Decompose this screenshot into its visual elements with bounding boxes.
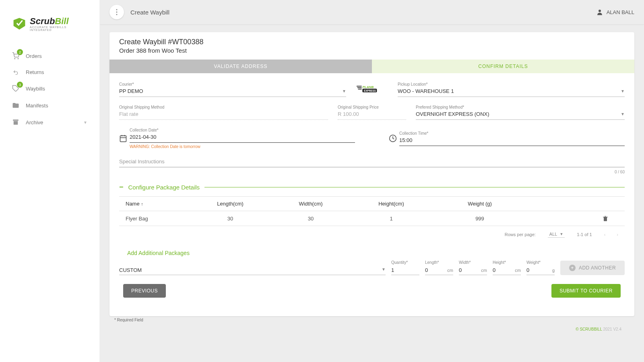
logo-icon — [12, 16, 27, 31]
svg-rect-8 — [357, 87, 362, 88]
waybills-badge: 3 — [17, 82, 23, 88]
coll-date-input[interactable]: 2021-04-30 — [130, 132, 355, 143]
pref-method-label: Prefered Shipping Method* — [416, 105, 625, 109]
prev-page-button[interactable]: ‹ — [604, 232, 606, 237]
qty-input[interactable]: 1 — [391, 265, 419, 275]
length-input[interactable]: 0cm — [425, 265, 453, 275]
sidebar-item-waybills[interactable]: 3 Waybills — [0, 80, 99, 97]
config-section-title: Configure Package Details — [128, 184, 200, 191]
rows-per-page-select[interactable]: ALL▼ — [548, 231, 565, 238]
cell-height: 1 — [351, 216, 431, 222]
orig-price-label: Original Shipping Price — [338, 105, 406, 109]
collapse-icon[interactable]: − — [119, 183, 124, 191]
pickup-label: Pickup Location* — [398, 82, 625, 86]
coll-date-label: Collection Date* — [130, 128, 355, 132]
chevron-down-icon: ▼ — [342, 89, 346, 93]
courier-logo: PLANBEXPRESS — [357, 84, 378, 93]
courier-label: Courier* — [119, 82, 346, 86]
sidebar-item-manifests[interactable]: Manifests — [0, 97, 99, 114]
footer: © SCRUBBILL 2021 V2.4 — [109, 324, 634, 331]
width-label: Width* — [459, 260, 487, 265]
more-button[interactable] — [109, 5, 124, 19]
col-length-header[interactable]: Length(cm) — [190, 201, 270, 207]
pagination-range: 1-1 of 1 — [577, 232, 592, 237]
user-name: ALAN BALL — [607, 9, 634, 15]
cell-length: 30 — [190, 216, 270, 222]
add-packages-title: Add Additional Packages — [127, 250, 625, 256]
weight-input[interactable]: 0g — [526, 265, 555, 275]
sidebar-item-archive[interactable]: Archive ▼ — [0, 114, 99, 131]
svg-rect-7 — [357, 86, 362, 86]
orders-badge: 2 — [17, 49, 23, 55]
coll-date-warning: WARNING: Collection Date is tomorrow — [130, 143, 355, 149]
svg-rect-9 — [358, 89, 362, 90]
previous-button[interactable]: PREVIOUS — [123, 284, 166, 298]
waybill-title: Create Waybill #WT00388 — [119, 38, 625, 46]
chevron-down-icon: ▼ — [621, 112, 625, 116]
next-page-button[interactable]: › — [617, 232, 618, 237]
pref-method-select[interactable]: OVERNIGHT EXPRESS (ONX)▼ — [416, 109, 625, 120]
chevron-down-icon: ▼ — [83, 120, 87, 125]
svg-point-4 — [116, 12, 118, 13]
orig-method-value: Flat rate — [119, 109, 328, 120]
qty-label: Quantity* — [391, 260, 419, 265]
nav-label: Manifests — [26, 103, 48, 109]
logo: ScrubBill ACCURATE WAYBILLS INTEGRATED — [0, 0, 99, 39]
sidebar-item-orders[interactable]: 2 Orders — [0, 47, 99, 64]
chevron-down-icon: ▼ — [382, 267, 386, 273]
nav-label: Returns — [26, 69, 44, 75]
sidebar-item-returns[interactable]: Returns — [0, 64, 99, 80]
user-icon — [596, 8, 603, 16]
col-weight-header[interactable]: Weight (g) — [431, 201, 528, 207]
topbar: Create Waybill ALAN BALL — [100, 0, 644, 24]
clock-icon — [389, 134, 397, 142]
svg-text:PLANB: PLANB — [362, 85, 374, 89]
svg-point-1 — [18, 58, 19, 59]
user-menu[interactable]: ALAN BALL — [596, 8, 634, 16]
cell-weight: 999 — [431, 216, 528, 222]
svg-point-0 — [14, 58, 15, 59]
submit-button[interactable]: SUBMIT TO COURIER — [551, 284, 621, 298]
coll-time-label: Collection Time* — [399, 131, 625, 136]
svg-point-5 — [116, 14, 118, 15]
package-type-select[interactable]: CUSTOM▼ — [119, 265, 386, 275]
col-name-header[interactable]: Name ↑ — [126, 201, 190, 207]
nav-label: Orders — [26, 53, 42, 59]
return-icon — [12, 70, 20, 75]
sidebar: ScrubBill ACCURATE WAYBILLS INTEGRATED 2… — [0, 0, 100, 362]
waybill-subtitle: Order 388 from Woo Test — [119, 47, 625, 54]
height-input[interactable]: 0cm — [493, 265, 521, 275]
height-label: Height* — [493, 260, 521, 265]
step-confirm-details[interactable]: CONFIRM DETAILS — [372, 60, 634, 73]
delete-row-button[interactable] — [602, 215, 618, 222]
page-title: Create Waybill — [130, 9, 169, 16]
special-instructions-input[interactable]: Special Instructions — [119, 157, 625, 167]
chevron-down-icon: ▼ — [621, 89, 625, 93]
col-height-header[interactable]: Height(cm) — [351, 201, 431, 207]
coll-time-input[interactable]: 15:00 — [399, 136, 625, 146]
cell-width: 30 — [270, 216, 351, 222]
table-row: Flyer Bag 30 30 1 999 — [119, 211, 625, 226]
cell-name: Flyer Bag — [126, 216, 190, 222]
add-another-button[interactable]: +ADD ANOTHER — [560, 261, 625, 275]
col-width-header[interactable]: Width(cm) — [270, 201, 351, 207]
archive-icon — [12, 119, 20, 126]
dots-vertical-icon — [116, 9, 118, 15]
orig-method-label: Original Shipping Method — [119, 105, 328, 109]
width-input[interactable]: 0cm — [459, 265, 487, 275]
calendar-icon — [119, 134, 127, 142]
nav-label: Waybills — [26, 86, 45, 92]
folder-icon — [12, 102, 20, 109]
orig-price-value: R 100.00 — [338, 109, 406, 120]
pickup-select[interactable]: WOO - WAREHOUSE 1▼ — [398, 86, 625, 97]
courier-select[interactable]: PP DEMO▼ — [119, 86, 346, 97]
svg-point-6 — [599, 10, 601, 12]
sort-asc-icon: ↑ — [141, 202, 143, 206]
plus-icon: + — [569, 265, 576, 271]
rows-per-page-label: Rows per page: — [505, 232, 536, 237]
instructions-counter: 0 / 60 — [119, 170, 625, 174]
step-validate-address[interactable]: VALIDATE ADDRESS — [109, 60, 372, 73]
svg-point-3 — [116, 9, 118, 10]
svg-text:EXPRESS: EXPRESS — [364, 89, 376, 92]
chevron-down-icon: ▼ — [559, 232, 563, 236]
